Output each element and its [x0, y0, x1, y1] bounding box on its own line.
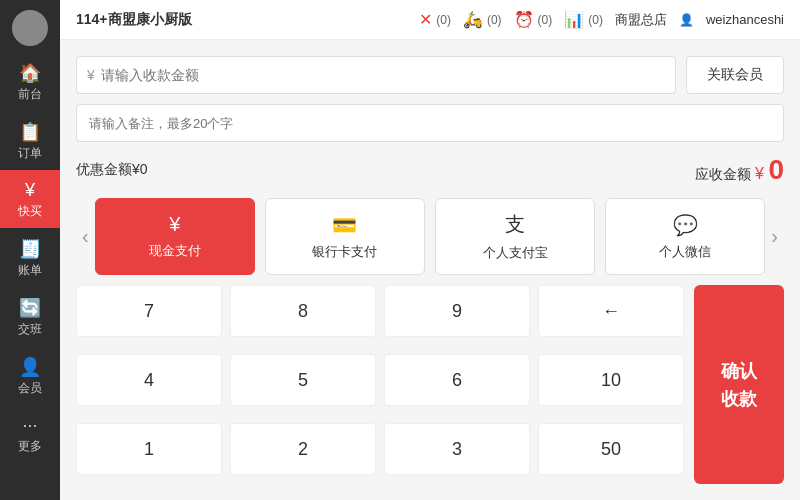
- key-backspace[interactable]: ←: [538, 285, 684, 337]
- more-icon: ···: [22, 415, 37, 436]
- wechat-label: 个人微信: [659, 243, 711, 261]
- app-title: 114+商盟康小厨版: [76, 11, 192, 29]
- sidebar-item-bills[interactable]: 🧾 账单: [0, 228, 60, 287]
- summary-row: 优惠金额¥0 应收金额 ¥ 0: [76, 152, 784, 188]
- key-10[interactable]: 10: [538, 354, 684, 406]
- confirm-line2: 收款: [721, 387, 757, 411]
- payment-alipay[interactable]: 支 个人支付宝: [435, 198, 595, 275]
- wechat-icon: 💬: [673, 213, 698, 237]
- sidebar-item-label: 前台: [18, 86, 42, 103]
- note-input[interactable]: [76, 104, 784, 142]
- currency-symbol: ¥: [87, 67, 95, 83]
- header: 114+商盟康小厨版 ✕ (0) 🛵 (0) ⏰ (0) 📊 (0) 商盟总店 …: [60, 0, 800, 40]
- payment-wechat[interactable]: 💬 个人微信: [605, 198, 765, 275]
- amount-input-wrap: ¥: [76, 56, 676, 94]
- members-icon: 👤: [19, 356, 41, 378]
- alipay-icon: 支: [505, 211, 525, 238]
- sidebar: 🏠 前台 📋 订单 ¥ 快买 🧾 账单 🔄 交班 👤 会员 ··· 更多: [0, 0, 60, 500]
- receivable-amount: 0: [768, 154, 784, 185]
- main-area: 114+商盟康小厨版 ✕ (0) 🛵 (0) ⏰ (0) 📊 (0) 商盟总店 …: [60, 0, 800, 500]
- close-icon: ✕: [419, 10, 432, 29]
- key-8[interactable]: 8: [230, 285, 376, 337]
- sidebar-item-label: 账单: [18, 262, 42, 279]
- avatar: [12, 10, 48, 46]
- quickbuy-icon: ¥: [25, 180, 35, 201]
- sidebar-item-label: 交班: [18, 321, 42, 338]
- amount-row: ¥ 关联会员: [76, 56, 784, 94]
- frontdesk-icon: 🏠: [19, 62, 41, 84]
- sidebar-item-label: 订单: [18, 145, 42, 162]
- payment-section: ‹ ¥ 现金支付 💳 银行卡支付 支 个人支付宝 💬 个人微信: [76, 198, 784, 275]
- sidebar-item-label: 快买: [18, 203, 42, 220]
- icon-group-clock: ⏰ (0): [514, 10, 553, 29]
- key-3[interactable]: 3: [384, 423, 530, 475]
- key-7[interactable]: 7: [76, 285, 222, 337]
- cash-icon: ¥: [169, 213, 180, 236]
- icon-group-close: ✕ (0): [419, 10, 451, 29]
- chart-icon: 📊: [564, 10, 584, 29]
- sidebar-item-quickbuy[interactable]: ¥ 快买: [0, 170, 60, 228]
- payment-next-button[interactable]: ›: [765, 225, 784, 248]
- confirm-line1: 确认: [721, 359, 757, 383]
- store-name: 商盟总店: [615, 11, 667, 29]
- alipay-label: 个人支付宝: [483, 244, 548, 262]
- key-9[interactable]: 9: [384, 285, 530, 337]
- key-2[interactable]: 2: [230, 423, 376, 475]
- discount-label: 优惠金额¥0: [76, 161, 148, 179]
- orders-icon: 📋: [19, 121, 41, 143]
- receivable-symbol: ¥: [755, 165, 764, 182]
- receivable-label: 应收金额: [695, 166, 751, 182]
- cash-label: 现金支付: [149, 242, 201, 260]
- content: ¥ 关联会员 优惠金额¥0 应收金额 ¥ 0 ‹ ¥ 现金支付: [60, 40, 800, 500]
- bills-icon: 🧾: [19, 238, 41, 260]
- user-name: weizhanceshi: [706, 12, 784, 27]
- icon-group-chart: 📊 (0): [564, 10, 603, 29]
- keypad-section: 789←4561012350 确认 收款: [76, 285, 784, 484]
- receivable-wrap: 应收金额 ¥ 0: [695, 154, 784, 186]
- sidebar-item-label: 会员: [18, 380, 42, 397]
- payment-methods: ¥ 现金支付 💳 银行卡支付 支 个人支付宝 💬 个人微信: [95, 198, 766, 275]
- member-button[interactable]: 关联会员: [686, 56, 784, 94]
- key-1[interactable]: 1: [76, 423, 222, 475]
- sidebar-item-more[interactable]: ··· 更多: [0, 405, 60, 463]
- icon-group-delivery: 🛵 (0): [463, 10, 502, 29]
- shift-icon: 🔄: [19, 297, 41, 319]
- key-6[interactable]: 6: [384, 354, 530, 406]
- amount-input[interactable]: [101, 67, 665, 83]
- confirm-button[interactable]: 确认 收款: [694, 285, 784, 484]
- payment-prev-button[interactable]: ‹: [76, 225, 95, 248]
- delivery-icon: 🛵: [463, 10, 483, 29]
- key-50[interactable]: 50: [538, 423, 684, 475]
- clock-icon: ⏰: [514, 10, 534, 29]
- header-right: ✕ (0) 🛵 (0) ⏰ (0) 📊 (0) 商盟总店 👤 weizhance…: [419, 10, 784, 29]
- card-icon: 💳: [332, 213, 357, 237]
- payment-card[interactable]: 💳 银行卡支付: [265, 198, 425, 275]
- key-5[interactable]: 5: [230, 354, 376, 406]
- payment-cash[interactable]: ¥ 现金支付: [95, 198, 255, 275]
- sidebar-item-members[interactable]: 👤 会员: [0, 346, 60, 405]
- sidebar-item-orders[interactable]: 📋 订单: [0, 111, 60, 170]
- user-icon: 👤: [679, 13, 694, 27]
- sidebar-item-shift[interactable]: 🔄 交班: [0, 287, 60, 346]
- sidebar-item-label: 更多: [18, 438, 42, 455]
- keypad: 789←4561012350: [76, 285, 684, 484]
- key-4[interactable]: 4: [76, 354, 222, 406]
- card-label: 银行卡支付: [312, 243, 377, 261]
- sidebar-item-frontdesk[interactable]: 🏠 前台: [0, 52, 60, 111]
